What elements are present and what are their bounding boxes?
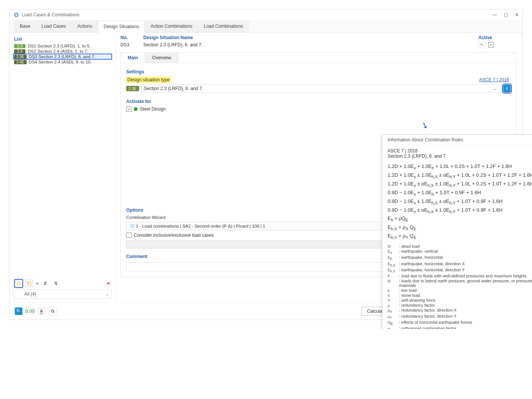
consider-checkbox[interactable] [126,233,131,238]
col-active: Active [478,35,516,40]
subtab-overview[interactable]: Overview [145,53,178,63]
ds-type-dropdown[interactable]: Section 2.3 (LRFD), 6. and 7. ⌄ [141,84,501,93]
consider-label: Consider inclusive/exclusive load cases [134,233,214,238]
filter-label: All (4) [24,291,36,297]
window: Load Cases & Combinations — ▢ ✕ Base Loa… [9,9,523,320]
footer-units-icon[interactable]: 0.00 [26,307,34,315]
sidebar-item-ds4[interactable]: 2.4E DS4 Section 2.4 (ASD), 8. to 10. [13,59,112,65]
content-area: No. Design Situation Name Active DS3 Sec… [116,33,522,302]
sidebar-item-ds1[interactable]: 2.3 DS1 Section 2.3 (LRFD), 1. to 5. [13,43,112,49]
steel-checkbox[interactable]: ✓ [126,106,131,112]
settings-head: Settings [126,69,511,74]
close-icon[interactable]: ✕ [515,12,519,17]
filter-dropdown[interactable]: All (4) ⌄ [13,290,112,299]
renumber-button[interactable]: ⇅ [52,280,60,287]
footer-fx-icon[interactable]: fx [49,307,57,315]
maximize-icon[interactable]: ▢ [504,12,508,17]
active-checkbox[interactable]: ✓ [488,42,494,48]
tab-design-situations[interactable]: Design Situations [98,21,145,33]
minimize-icon[interactable]: — [492,12,497,17]
label: DS1 Section 2.3 (LRFD), 1. to 5. [28,44,91,48]
tab-base[interactable]: Base [14,20,36,32]
footer-search-icon[interactable]: 🔍 [15,307,22,315]
window-title: Load Cases & Combinations [22,12,492,17]
sidebar-item-ds3[interactable]: 2.3E DS3 Section 2.3 (LRFD), 6. and 7. [13,54,112,59]
footer-font-icon[interactable]: A̲ [38,307,45,315]
activate-head: Activate for [126,99,511,104]
info-button[interactable]: i [503,85,511,92]
sidebar-item-ds2[interactable]: 2.4 DS2 Section 2.4 (ASD), 1. to 7. [13,49,112,54]
label: DS3 Section 2.3 (LRFD), 6. and 7. [29,54,95,59]
design-situation-type-label: Design situation type [126,77,171,83]
steel-label: Steel Design [140,106,166,112]
tab-load-cases[interactable]: Load Cases [36,20,71,32]
sidebar-list: 2.3 DS1 Section 2.3 (LRFD), 1. to 5. 2.4… [13,43,112,277]
legend-block: D: dead loadEv: earthquake, verticalEh: … [388,244,532,329]
row-name[interactable]: Section 2.3 (LRFD), 6. and 7. [143,42,478,48]
tab-load-combinations[interactable]: Load Combinations [198,20,249,32]
edit-icon[interactable]: ✎ [478,41,485,48]
col-no: No. [120,35,143,40]
tab-actions[interactable]: Actions [71,20,98,32]
titlebar: Load Cases & Combinations — ▢ ✕ [10,10,522,20]
tag: 2.3E [14,55,27,59]
popup-title: Information About Combination Rules [388,137,531,142]
combo-wizard-value: 1 - Load combinations | SA2 - Second-ord… [136,224,265,228]
header-row: No. Design Situation Name Active [120,35,516,40]
delete-button[interactable]: ✕ [106,281,110,286]
col-name: Design Situation Name [143,35,478,40]
svg-point-1 [16,14,17,16]
chevron-down-icon: ⌄ [491,86,498,91]
sidebar-head: List [13,35,112,43]
label: DS4 Section 2.4 (ASD), 8. to 10. [29,60,92,64]
ds-tag: 2.3E [126,86,139,91]
sort-button[interactable]: ⇵ [41,280,49,287]
steel-dot-icon [134,107,138,111]
tab-action-combinations[interactable]: Action Combinations [145,20,198,32]
sidebar: List 2.3 DS1 Section 2.3 (LRFD), 1. to 5… [10,33,116,302]
formula-block: 1.2D + 1.0Ev + 1.0Eh + 1.0L + 0.2S + 1.0… [388,163,532,241]
row-no: DS3 [120,42,143,48]
copy-item-button[interactable] [25,280,33,287]
svg-rect-2 [17,282,20,285]
data-row: DS3 Section 2.3 (LRFD), 6. and 7. ✎ ✓ [120,40,516,49]
sidebar-toolbar: ▾ ⇵ ⇅ ✕ [13,277,112,290]
new-item-button[interactable] [15,280,22,287]
main-tabs: Base Load Cases Actions Design Situation… [10,20,522,33]
tag: 2.3 [14,44,25,48]
tag: 2.4E [14,60,27,64]
info-popup: Information About Combination Rules — ▢ … [382,135,532,329]
label: DS2 Section 2.4 (ASD), 1. to 7. [28,49,88,54]
tag: 2.4 [14,49,25,54]
spec-link[interactable]: ASCE 7 | 2016 [479,77,509,82]
svg-rect-4 [28,283,31,285]
popup-spec: ASCE 7 | 2016 [388,148,532,154]
subtab-main[interactable]: Main [121,53,145,63]
ds-type-value: Section 2.3 (LRFD), 6. and 7. [144,86,203,91]
popup-section: Section 2.3 (LRFD), 6. and 7. [388,154,532,159]
app-icon [13,12,19,18]
sub-tabs: Main Overview [120,52,516,63]
